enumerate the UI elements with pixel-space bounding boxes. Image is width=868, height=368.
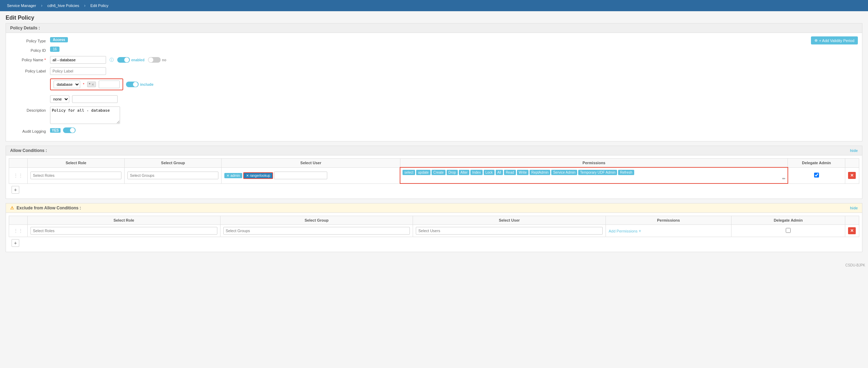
audit-logging-toggle[interactable]: YES <box>50 127 76 133</box>
allow-delete-button[interactable]: ✕ <box>848 172 856 179</box>
description-row: Description Policy for all - database <box>12 106 856 124</box>
policy-type-label: Policy Type <box>12 37 50 43</box>
breadcrumb-edit-policy[interactable]: Edit Policy <box>88 2 112 9</box>
action-col-header <box>845 159 859 168</box>
excl-delete-button[interactable]: ✕ <box>848 227 856 234</box>
allow-role-input[interactable] <box>30 172 121 179</box>
excl-action-col-header <box>845 216 859 225</box>
allow-conditions-section: Allow Conditions : hide Select Role Sele… <box>6 146 862 199</box>
policy-type-badge: Access <box>50 37 68 42</box>
excl-group-input[interactable] <box>223 227 410 235</box>
policy-details-header: Policy Details : <box>6 23 862 33</box>
exclude-conditions-section: ⚠ Exclude from Allow Conditions : hide S… <box>6 203 862 252</box>
allow-delegate-checkbox[interactable] <box>814 173 819 178</box>
allow-group-input[interactable] <box>127 172 218 179</box>
none-spacer <box>12 94 50 96</box>
perm-write[interactable]: Write <box>517 170 528 175</box>
perm-create[interactable]: Create <box>432 170 446 175</box>
description-textarea[interactable]: Policy for all - database <box>50 106 120 124</box>
perm-lock[interactable]: Lock <box>484 170 495 175</box>
policy-label-input[interactable] <box>50 67 106 75</box>
excl-select-role-header: Select Role <box>28 216 220 225</box>
policy-label-label: Policy Label <box>12 67 50 73</box>
allow-group-cell <box>125 167 222 183</box>
excl-permissions-cell: Add Permissions + <box>606 225 731 237</box>
select-role-header: Select Role <box>28 159 125 168</box>
perm-read[interactable]: Read <box>504 170 516 175</box>
excl-delegate-admin-header: Delegate Admin <box>731 216 845 225</box>
excl-select-user-header: Select User <box>413 216 606 225</box>
breadcrumb-arrow-2: › <box>84 3 85 8</box>
excl-user-input[interactable] <box>416 227 603 235</box>
allow-permissions-cell: select update Create Drop Alter Index Lo… <box>400 167 788 183</box>
database-label <box>12 78 50 80</box>
perm-temp-udf[interactable]: Temporary UDF Admin <box>578 170 617 175</box>
delegate-admin-header: Delegate Admin <box>788 159 845 168</box>
perm-update[interactable]: update <box>416 170 430 175</box>
allow-user-tags: ✕ admin ✕ rangerlookup <box>224 172 397 179</box>
policy-details-section: Policy Details : ⊕ + Add Validity Period… <box>6 23 862 141</box>
allow-delegate-cell <box>788 167 845 183</box>
exclude-conditions-header: ⚠ Exclude from Allow Conditions : hide <box>6 203 862 213</box>
policy-id-label: Policy ID <box>12 47 50 53</box>
excl-select-group-header: Select Group <box>220 216 413 225</box>
allow-role-cell <box>28 167 125 183</box>
add-validity-button[interactable]: ⊕ + Add Validity Period <box>811 36 858 44</box>
breadcrumb-service-manager[interactable]: Service Manager <box>4 2 40 9</box>
excl-drag-handle-icon[interactable]: ⋮⋮ <box>12 228 24 234</box>
perm-all[interactable]: All <box>496 170 503 175</box>
drag-handle-icon[interactable]: ⋮⋮ <box>12 173 24 178</box>
perm-refresh[interactable]: Refresh <box>618 170 634 175</box>
breadcrumb: Service Manager › cdh6_hive Policies › E… <box>0 0 868 11</box>
allow-add-row-button[interactable]: + <box>12 186 19 194</box>
add-permissions-link[interactable]: Add Permissions + <box>609 229 641 233</box>
enabled-toggle[interactable]: enabled <box>117 57 145 63</box>
perm-index[interactable]: Index <box>470 170 482 175</box>
permissions-header: Permissions <box>400 159 788 168</box>
warning-icon: ⚠ <box>10 206 14 210</box>
footer-info: CSDU-BJPK <box>0 262 868 269</box>
select-user-header: Select User <box>222 159 400 168</box>
permissions-edit-icon[interactable]: ✏ <box>402 176 785 181</box>
excl-delegate-checkbox[interactable] <box>786 228 791 233</box>
none-input[interactable] <box>72 95 118 103</box>
excl-delete-cell: ✕ <box>845 225 859 237</box>
perm-drop[interactable]: Drop <box>447 170 458 175</box>
drag-handle-cell: ⋮⋮ <box>9 167 28 183</box>
include-toggle[interactable]: include <box>126 82 154 87</box>
none-select[interactable]: none <box>50 95 69 103</box>
perm-select[interactable]: select <box>402 170 415 175</box>
perm-service-admin[interactable]: Service Admin <box>551 170 577 175</box>
allow-conditions-hide[interactable]: hide <box>850 148 858 153</box>
policy-label-row: Policy Label <box>12 67 856 75</box>
database-tag-remove[interactable]: ✕ <box>91 83 94 86</box>
excl-role-input[interactable] <box>30 227 217 235</box>
perm-reptadmin[interactable]: ReptAdmin <box>530 170 550 175</box>
none-row: none <box>12 94 856 103</box>
audit-logging-row: Audit Logging YES <box>12 127 856 133</box>
policy-type-row: Policy Type Access <box>12 37 856 43</box>
audit-logging-label: Audit Logging <box>12 127 50 133</box>
database-tag: * ✕ <box>87 82 96 87</box>
exclude-conditions-hide[interactable]: hide <box>850 206 858 210</box>
user-tag-admin[interactable]: ✕ admin <box>224 173 242 178</box>
policy-name-input[interactable] <box>50 56 106 64</box>
perm-alter[interactable]: Alter <box>459 170 470 175</box>
database-tag-input[interactable] <box>99 81 120 88</box>
allow-user-input[interactable] <box>274 172 327 179</box>
database-input-group: database * * ✕ <box>50 78 123 90</box>
breadcrumb-arrow-1: › <box>41 3 42 8</box>
excl-drag-handle-cell: ⋮⋮ <box>9 225 28 237</box>
permissions-tags: select update Create Drop Alter Index Lo… <box>402 170 785 175</box>
database-type-select[interactable]: database <box>54 81 80 88</box>
user-tag-rangerlookup[interactable]: ✕ rangerlookup <box>243 172 273 179</box>
no-toggle[interactable]: no <box>148 57 166 63</box>
description-label: Description <box>12 106 50 112</box>
info-icon: ⓘ <box>110 57 114 63</box>
no-label: no <box>162 58 166 62</box>
breadcrumb-hive-policies[interactable]: cdh6_hive Policies <box>44 2 83 9</box>
excl-add-row-button[interactable]: + <box>12 239 19 247</box>
excl-drag-col-header <box>9 216 28 225</box>
excl-role-cell <box>28 225 220 237</box>
policy-name-row: Policy Name * ⓘ enabled <box>12 56 856 64</box>
